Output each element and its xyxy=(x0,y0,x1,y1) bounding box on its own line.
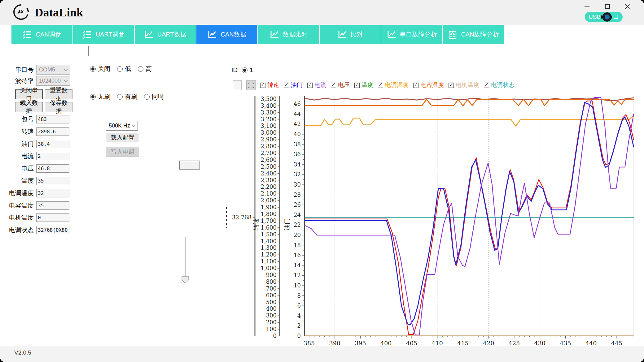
power-radio-label: 关闭 xyxy=(98,65,110,73)
svg-text:24: 24 xyxy=(294,212,301,218)
motor-radio-同时[interactable]: 同时 xyxy=(144,93,164,101)
toggle-knob-icon[interactable] xyxy=(601,11,612,23)
power-radio-低[interactable]: 低 xyxy=(117,65,131,73)
field-input-电流[interactable] xyxy=(36,152,69,160)
field-label: 电压 xyxy=(0,164,36,173)
line-chart-icon xyxy=(338,30,347,39)
tab-label: CAN数据 xyxy=(221,30,246,39)
field-label: 温度 xyxy=(0,177,36,185)
radio-icon xyxy=(117,94,123,100)
svg-text:0: 0 xyxy=(273,333,277,339)
svg-text:2,800: 2,800 xyxy=(261,143,277,149)
svg-text:390: 390 xyxy=(329,340,340,347)
chevron-down-icon xyxy=(64,78,68,82)
svg-text:44: 44 xyxy=(294,111,301,117)
svg-text:1,600: 1,600 xyxy=(261,224,277,231)
radio-icon xyxy=(90,66,96,72)
svg-text:1,800: 1,800 xyxy=(261,211,277,217)
tab-CAN故障分析[interactable]: CAN故障分析 xyxy=(443,25,504,44)
field-label: 电容温度 xyxy=(0,201,36,210)
vertical-slider-track[interactable] xyxy=(185,237,186,278)
combo-波特率[interactable]: 1024000 xyxy=(36,76,70,86)
svg-text:100: 100 xyxy=(266,326,277,332)
app-title: DataLink xyxy=(35,6,83,19)
svg-text:6: 6 xyxy=(297,302,301,309)
line-chart-icon xyxy=(208,30,217,39)
svg-text:425: 425 xyxy=(509,340,520,347)
field-input-电调状态[interactable] xyxy=(36,226,69,234)
svg-text:8: 8 xyxy=(297,292,301,299)
power-radio-label: 高 xyxy=(146,65,152,73)
svg-text:14: 14 xyxy=(294,262,301,269)
svg-text:1,100: 1,100 xyxy=(261,258,277,265)
field-label: 电流 xyxy=(0,152,36,160)
motor-radio-label: 同时 xyxy=(152,93,164,101)
combo-串口号[interactable]: COM5 xyxy=(36,65,70,75)
combo-row-串口号: 串口号COM5 xyxy=(0,65,70,75)
field-row-电容温度: 电容温度 xyxy=(0,201,69,210)
power-radio-高[interactable]: 高 xyxy=(138,65,152,73)
tab-UART调参[interactable]: UART调参 xyxy=(73,25,134,44)
series-电流 xyxy=(305,97,634,335)
保存数据-button[interactable]: 保存数据 xyxy=(45,102,72,112)
field-input-电压[interactable] xyxy=(36,164,69,173)
重置数据-button[interactable]: 重置数据 xyxy=(45,89,72,99)
chevron-down-icon xyxy=(64,67,68,71)
tab-label: UART数据 xyxy=(157,30,186,39)
field-row-电压: 电压 xyxy=(0,164,69,173)
载入数据-button[interactable]: 载入数据 xyxy=(15,102,43,112)
motor-radio-无刷[interactable]: 无刷 xyxy=(90,93,110,101)
maximize-icon[interactable] xyxy=(602,2,613,11)
power-radio-label: 低 xyxy=(125,65,131,73)
field-label: 电机温度 xyxy=(0,213,36,222)
svg-text:405: 405 xyxy=(406,340,417,347)
field-row-油门: 油门 xyxy=(0,140,69,148)
field-input-转速[interactable] xyxy=(36,127,69,136)
svg-text:42: 42 xyxy=(294,121,301,127)
field-input-电调温度[interactable] xyxy=(36,189,69,197)
field-input-油门[interactable] xyxy=(36,140,69,148)
freq-combo-row: 500K Hz xyxy=(106,121,138,131)
motor-radio-有刷[interactable]: 有刷 xyxy=(117,93,137,101)
tab-bar: CAN调参UART调参UART数据CAN数据数据比对比对串口故障分析CAN故障分… xyxy=(11,25,504,44)
svg-text:1,400: 1,400 xyxy=(261,238,277,244)
power-radio-关闭[interactable]: 关闭 xyxy=(90,65,110,73)
title-bar: DataLink USB 串口 xyxy=(0,0,644,25)
tab-CAN调参[interactable]: CAN调参 xyxy=(11,25,72,44)
tab-数据比对[interactable]: 数据比对 xyxy=(258,25,319,44)
tab-串口故障分析[interactable]: 串口故障分析 xyxy=(381,25,442,44)
radio-icon xyxy=(138,66,143,72)
top-message-input[interactable] xyxy=(88,46,498,56)
minimize-icon[interactable] xyxy=(582,2,592,11)
load-config-button[interactable]: 载入配置 xyxy=(106,133,139,142)
svg-text:3,000: 3,000 xyxy=(261,129,277,136)
关闭串口-button[interactable]: 关闭串口 xyxy=(15,89,43,99)
svg-text:2,000: 2,000 xyxy=(261,197,277,204)
tab-比对[interactable]: 比对 xyxy=(320,25,381,44)
svg-text:22: 22 xyxy=(294,222,301,228)
combo-value: COM5 xyxy=(39,67,55,73)
status-bar: V2.0.5 xyxy=(0,346,644,362)
tab-UART数据[interactable]: UART数据 xyxy=(135,25,196,44)
svg-text:440: 440 xyxy=(585,340,597,347)
vertical-slider-handle[interactable] xyxy=(182,276,189,284)
rpm-axis-title: 转速 xyxy=(252,218,259,231)
chevron-down-icon xyxy=(132,123,136,127)
usb-serial-toggle[interactable]: USB 串口 xyxy=(585,12,623,22)
field-input-电容温度[interactable] xyxy=(36,201,69,210)
field-input-温度[interactable] xyxy=(36,177,69,185)
svg-text:1,200: 1,200 xyxy=(261,251,277,258)
field-input-电机温度[interactable] xyxy=(36,213,69,222)
write-esc-button[interactable]: 写入电调 xyxy=(106,147,139,157)
field-input-包号[interactable] xyxy=(36,115,69,123)
tab-CAN数据[interactable]: CAN数据 xyxy=(196,25,257,44)
chart-series-group xyxy=(305,97,634,336)
svg-text:28: 28 xyxy=(294,192,301,198)
freq-combo[interactable]: 500K Hz xyxy=(106,121,138,131)
svg-text:2,100: 2,100 xyxy=(261,190,277,197)
svg-text:445: 445 xyxy=(611,340,622,347)
svg-text:1,000: 1,000 xyxy=(261,265,277,271)
svg-text:385: 385 xyxy=(304,340,315,347)
line-chart-icon xyxy=(270,30,279,39)
close-icon[interactable] xyxy=(622,2,633,11)
